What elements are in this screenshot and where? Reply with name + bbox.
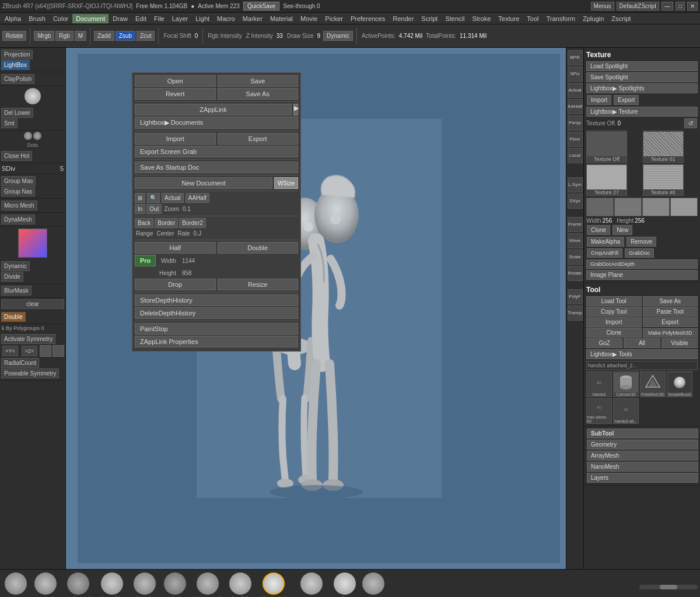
dynamic-button[interactable]: Dynamic [1, 261, 30, 271]
scroll-bar[interactable] [639, 585, 698, 589]
lsym-button[interactable]: L.Sym [568, 177, 583, 192]
group-mask-button[interactable]: Group Mas [1, 176, 36, 186]
zapplink-arrow[interactable]: ▶ [293, 104, 298, 115]
visible-button[interactable]: Visible [662, 338, 698, 348]
make-polymesh-button[interactable]: Make PolyMesh3D [643, 328, 698, 338]
texture-40-item[interactable]: Texture 40 [643, 164, 684, 196]
transp-button[interactable]: Transp [568, 305, 583, 321]
double-button[interactable]: Double [1, 312, 26, 322]
menu-marker[interactable]: Marker [239, 14, 266, 23]
export-screen-grab-button[interactable]: Export Screen Grab [135, 146, 298, 157]
load-spotlight-button[interactable]: Load Spotlight [586, 61, 698, 71]
lightbox-button[interactable]: LightBox [1, 60, 30, 70]
close-hol-button[interactable]: Close Hol [1, 151, 32, 161]
clone-tool-button[interactable]: Clone [586, 328, 642, 338]
make-alpha-button[interactable]: MakeAlpha [587, 237, 624, 247]
save-as-startup-button[interactable]: Save As Startup Doc [135, 161, 298, 173]
maximize-button[interactable]: □ [676, 2, 685, 10]
in-button[interactable]: In [135, 204, 145, 214]
menu-stroke[interactable]: Stroke [468, 14, 494, 23]
mrgb-button[interactable]: Mrgb [34, 31, 54, 41]
import-button[interactable]: Import [135, 133, 216, 145]
paint-stop-button[interactable]: PaintStop [135, 323, 298, 335]
zcut-button[interactable]: Zcut [136, 31, 155, 41]
menu-color[interactable]: Color [50, 14, 72, 23]
menu-edit[interactable]: Edit [132, 14, 150, 23]
quicksave-button[interactable]: QuickSave [243, 2, 279, 10]
tool-thumb-hands3[interactable]: 40 hands3 [586, 371, 612, 397]
import-tool-button[interactable]: Import [586, 317, 642, 327]
dynamic-button[interactable]: Dynamic [323, 31, 353, 41]
layers-button[interactable]: Layers [587, 473, 698, 483]
actual-button[interactable]: Actual [162, 193, 184, 203]
border-button[interactable]: Border [155, 218, 178, 228]
move-button[interactable]: Move [568, 233, 583, 248]
export-button[interactable]: Export [614, 95, 639, 105]
lightbox-documents-button[interactable]: Lightbox▶ Documents [135, 117, 298, 129]
minimize-button[interactable]: — [662, 2, 673, 10]
export-button[interactable]: Export [218, 133, 299, 145]
brush-pinch[interactable]: Pinch [162, 571, 188, 598]
activate-sym-button[interactable]: Activate Symmetry [1, 334, 55, 344]
tool-thumb-man[interactable]: 40 man alone-00 [586, 398, 612, 424]
menu-render[interactable]: Render [389, 14, 417, 23]
menu-material[interactable]: Material [267, 14, 296, 23]
close-button[interactable]: ✕ [687, 2, 698, 10]
crop-fill-button[interactable]: CropAndFill [587, 248, 622, 258]
menu-zplugin[interactable]: Zplugin [579, 14, 607, 23]
grab-doc-depth-button[interactable]: GrabDocAndDepth [586, 259, 698, 269]
menu-zscript[interactable]: Zscript [608, 14, 634, 23]
brush-topologics[interactable]: Topologics [31, 571, 61, 598]
export-tool-button[interactable]: Export [643, 317, 698, 327]
zapplink-props-button[interactable]: ZAppLink Properties [135, 336, 298, 347]
menu-alpha[interactable]: Alpha [1, 14, 24, 23]
color-swatch[interactable] [18, 229, 47, 258]
scroll-icon-button[interactable]: ⊞ [135, 193, 145, 203]
save-as-button[interactable]: Save As [218, 88, 299, 100]
brush-hpolish[interactable]: hPolish [227, 571, 254, 598]
y-axis-button[interactable]: >Y< [2, 346, 18, 356]
menu-draw[interactable]: Draw [109, 14, 131, 23]
script-button[interactable]: DefaultZScript [617, 2, 659, 10]
texture-01-item[interactable]: Texture 01 [643, 131, 684, 163]
actual-button[interactable]: Actual [568, 83, 583, 98]
menu-tool[interactable]: Tool [523, 14, 542, 23]
wsize-button[interactable]: WSize [274, 177, 298, 189]
new-document-button[interactable]: New Document [135, 177, 272, 189]
new-button[interactable]: New [612, 225, 632, 235]
lightbox-spotlights-button[interactable]: Lightbox▶ Spotlights [586, 83, 698, 93]
back-button[interactable]: Back [135, 218, 153, 228]
lightbox-texture-button[interactable]: Lightbox▶ Texture [586, 107, 698, 117]
bpr-button[interactable]: BPR [568, 50, 583, 65]
frame-button[interactable]: Frame [568, 217, 583, 232]
tool-thumb-simplebrush[interactable]: SimpleBrush [667, 371, 692, 397]
array-mesh-button[interactable]: ArrayMesh [587, 451, 698, 461]
tool-thumb-polymesh[interactable]: PolyMesh3D [640, 371, 666, 397]
divide-button[interactable]: Divide [1, 272, 23, 282]
open-button[interactable]: Open [135, 75, 216, 87]
subtool-button[interactable]: SubTool [587, 429, 698, 438]
brush-matcap-gray[interactable]: MatCap Gray [293, 571, 330, 598]
copy-tool-button[interactable]: Copy Tool [586, 307, 642, 317]
import-button[interactable]: Import [587, 95, 611, 105]
save-spotlight-button[interactable]: Save Spotlight [586, 72, 698, 82]
texture-off-item[interactable]: Texture Off [586, 131, 627, 163]
save-button[interactable]: Save [218, 75, 299, 87]
menu-light[interactable]: Light [192, 14, 213, 23]
menu-texture[interactable]: Texture [495, 14, 523, 23]
tool-thumb-cylinder[interactable]: Cylinder3D [613, 371, 639, 397]
micro-mesh-button[interactable]: Micro Mesh [1, 201, 37, 210]
zapplink-button[interactable]: ZAppLink [135, 104, 292, 115]
z-axis-button[interactable]: >Z< [22, 346, 37, 356]
lightbox-tools-button[interactable]: Lightbox▶ Tools [586, 349, 698, 359]
paste-tool-button[interactable]: Paste Tool [643, 307, 698, 317]
m-button[interactable]: M [75, 31, 86, 41]
nano-mesh-button[interactable]: NanoMesh [587, 462, 698, 472]
menu-movie[interactable]: Movie [297, 14, 321, 23]
delete-depth-button[interactable]: DeleteDepthHistory [135, 307, 298, 319]
grab-doc-button[interactable]: GrabDoc [625, 248, 654, 258]
menu-macro[interactable]: Macro [214, 14, 239, 23]
tex-small-3[interactable] [642, 198, 670, 216]
all-button[interactable]: All [624, 338, 660, 348]
floor-button[interactable]: Floor [568, 132, 583, 147]
